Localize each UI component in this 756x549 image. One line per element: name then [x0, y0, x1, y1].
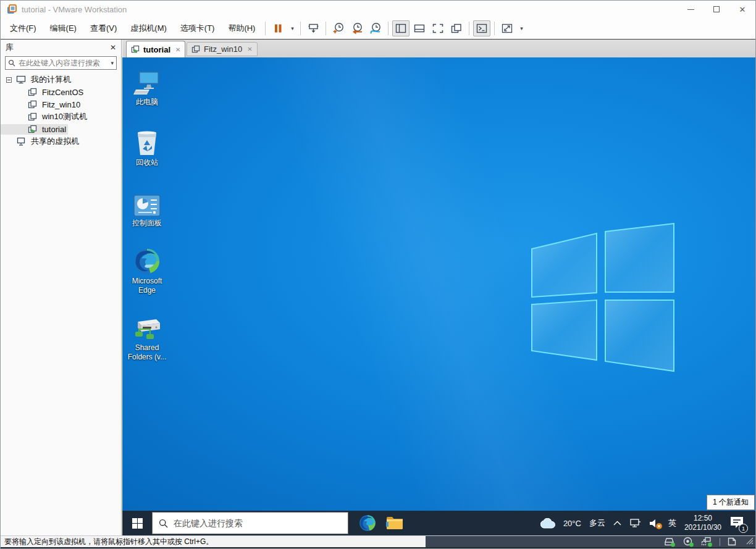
library-search-input[interactable]: [19, 59, 111, 67]
desktop-icon-shared-folders[interactable]: Shared Folders (v...: [126, 314, 168, 362]
vm-icon: [28, 112, 37, 122]
desktop-icon-label[interactable]: 此电脑: [126, 98, 168, 107]
menubar: 文件(F) 编辑(E) 查看(V) 虚拟机(M) 选项卡(T) 帮助(H) ▾: [1, 18, 755, 40]
tree-item-label[interactable]: win10测试机: [40, 111, 89, 123]
windows-logo-wallpaper: [527, 223, 678, 377]
pause-button[interactable]: [269, 20, 287, 36]
toolbar-separator: [388, 22, 388, 35]
tab-tutorial[interactable]: tutorial ✕: [126, 41, 185, 57]
tab-label[interactable]: Fitz_win10: [204, 44, 242, 54]
menu-file[interactable]: 文件(F): [3, 18, 43, 39]
network-icon[interactable]: [629, 518, 641, 528]
free-stretch-button[interactable]: [498, 20, 516, 36]
tree-item-shared-vms[interactable]: 共享的虚拟机: [1, 135, 121, 148]
desktop-icon-recycle-bin[interactable]: 回收站: [126, 129, 168, 167]
notification-tooltip: 1 个新通知: [707, 495, 755, 510]
console-view-button[interactable]: [411, 20, 428, 36]
tab-fitz-win10[interactable]: Fitz_win10 ✕: [187, 42, 258, 56]
file-explorer-icon: [386, 516, 403, 530]
desktop-icon-microsoft-edge[interactable]: Microsoft Edge: [126, 248, 168, 295]
resize-grip[interactable]: [746, 537, 754, 545]
network-adapter-status-icon[interactable]: [701, 537, 713, 547]
tree-item-vm-selected[interactable]: tutorial: [1, 123, 121, 135]
desktop-icon-label[interactable]: 控制面板: [126, 219, 168, 228]
shared-vms-icon: [16, 137, 26, 146]
tree-item-my-computer[interactable]: 我的计算机: [1, 73, 121, 86]
search-icon: [8, 59, 15, 67]
tree-item-label[interactable]: 我的计算机: [29, 73, 73, 86]
library-view-button[interactable]: [392, 20, 410, 36]
tree-item-label[interactable]: 共享的虚拟机: [29, 135, 81, 148]
action-center-button[interactable]: 1: [729, 516, 746, 530]
maximize-button[interactable]: [704, 1, 729, 18]
vm-display[interactable]: 此电脑 回收站: [122, 57, 755, 535]
menu-view[interactable]: 查看(V): [83, 18, 124, 39]
library-close-icon[interactable]: ✕: [110, 43, 116, 52]
toolbar-separator: [469, 22, 469, 35]
collapse-icon[interactable]: [6, 77, 12, 83]
desktop-icon-label[interactable]: 回收站: [126, 158, 168, 167]
hard-disk-status-icon[interactable]: [664, 537, 676, 547]
minimize-button[interactable]: [678, 1, 704, 18]
vmware-workstation-window: tutorial - VMware Workstation ✕ 文件(F) 编辑…: [0, 0, 756, 549]
weather-cloud-icon[interactable]: [540, 518, 555, 529]
taskbar-file-explorer-button[interactable]: [381, 511, 408, 535]
desktop-icon-control-panel[interactable]: 控制面板: [126, 190, 168, 228]
desktop-icon-label[interactable]: Microsoft Edge: [126, 277, 168, 295]
send-ctrl-alt-del-button[interactable]: [304, 20, 322, 36]
tab-label[interactable]: tutorial: [143, 45, 170, 54]
terminal-icon: [476, 23, 487, 33]
message-log-icon[interactable]: [727, 537, 737, 547]
search-caret-icon[interactable]: ▾: [111, 60, 114, 66]
tree-item-label[interactable]: FitzCentOS: [40, 87, 85, 98]
menu-tabs[interactable]: 选项卡(T): [174, 18, 222, 39]
weather-temp[interactable]: 20°C: [563, 519, 581, 528]
unity-mode-button[interactable]: [448, 20, 465, 36]
taskbar-clock[interactable]: 12:50 2021/10/30: [684, 514, 721, 532]
cd-dvd-status-icon[interactable]: [682, 537, 694, 547]
clock-date: 2021/10/30: [684, 523, 721, 532]
taskbar-edge-button[interactable]: [354, 511, 381, 535]
console-view-icon: [414, 23, 425, 33]
revert-snapshot-icon: [351, 22, 363, 35]
close-button[interactable]: ✕: [729, 1, 755, 18]
system-tray: 20°C 多云 英 12:50: [540, 514, 755, 532]
take-snapshot-icon: [332, 22, 345, 35]
vm-running-icon: [28, 125, 37, 134]
fullscreen-button[interactable]: [429, 20, 447, 36]
taskbar-search-input[interactable]: [174, 518, 342, 528]
revert-snapshot-button[interactable]: [348, 20, 366, 36]
library-search[interactable]: ▾: [5, 56, 117, 70]
desktop-icon-this-pc[interactable]: 此电脑: [126, 69, 168, 107]
recycle-bin-icon: [135, 129, 159, 156]
start-button[interactable]: [122, 511, 152, 535]
desktop-icon-label[interactable]: Shared Folders (v...: [126, 343, 168, 362]
free-stretch-dropdown[interactable]: ▾: [517, 20, 526, 36]
taskbar-search[interactable]: [152, 512, 348, 534]
statusbar: 要将输入定向到该虚拟机，请将鼠标指针移入其中或按 Ctrl+G。: [1, 535, 755, 548]
tree-item-label[interactable]: tutorial: [40, 124, 68, 135]
ime-indicator[interactable]: 英: [668, 518, 676, 529]
tree-item-vm[interactable]: FitzCentOS: [1, 86, 121, 98]
tree-item-vm[interactable]: Fitz_win10: [1, 98, 121, 111]
library-panel: 库 ✕ ▾ 我的计算机 FitzCentOS: [1, 40, 122, 535]
toolbar-separator: [494, 22, 495, 35]
menu-vm[interactable]: 虚拟机(M): [124, 18, 174, 39]
snapshot-manager-button[interactable]: [367, 20, 384, 36]
virtual-terminal-button[interactable]: [473, 20, 490, 36]
control-panel-icon: [133, 195, 161, 217]
take-snapshot-button[interactable]: [330, 20, 347, 36]
toolbar-separator: [326, 22, 326, 35]
titlebar: tutorial - VMware Workstation ✕: [1, 1, 755, 18]
tabstrip: tutorial ✕ Fitz_win10 ✕: [122, 40, 755, 57]
tab-close-icon[interactable]: ✕: [175, 46, 180, 53]
menu-edit[interactable]: 编辑(E): [43, 18, 83, 39]
tab-close-icon[interactable]: ✕: [247, 46, 252, 52]
tree-item-vm[interactable]: win10测试机: [1, 111, 121, 123]
tree-item-label[interactable]: Fitz_win10: [40, 99, 82, 110]
chevron-up-icon[interactable]: [613, 521, 621, 526]
menu-help[interactable]: 帮助(H): [221, 18, 262, 39]
weather-condition[interactable]: 多云: [589, 518, 605, 529]
toolbar-separator: [265, 22, 266, 35]
pause-dropdown[interactable]: ▾: [288, 20, 296, 36]
